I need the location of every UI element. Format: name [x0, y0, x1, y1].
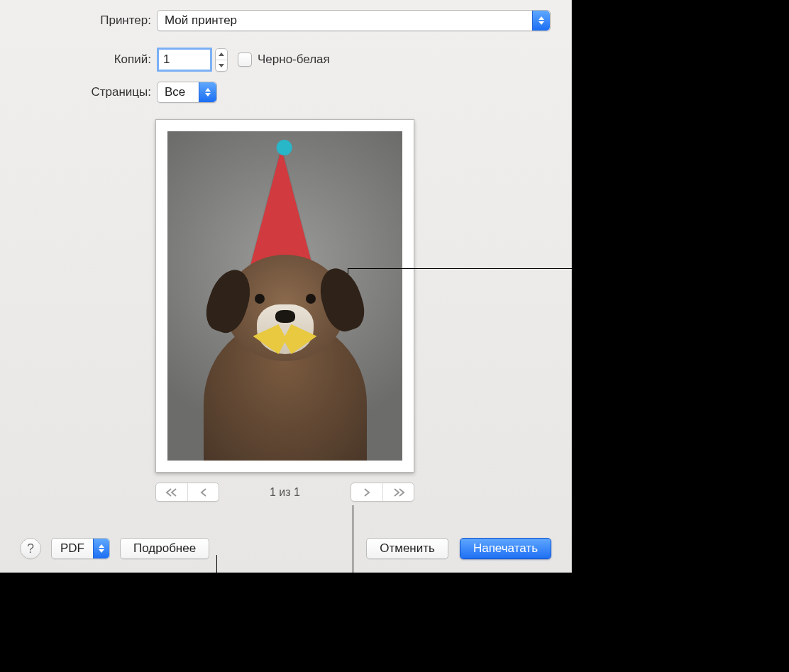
next-page-button[interactable] — [351, 483, 382, 501]
party-hat-icon — [249, 148, 313, 269]
print-dialog: Принтер: Мой принтер Копий: Черно-белая … — [0, 0, 572, 573]
pages-value: Все — [158, 85, 192, 99]
chevron-left-icon — [197, 488, 210, 497]
callout-line — [216, 555, 217, 633]
print-button[interactable]: Напечатать — [460, 538, 551, 559]
printer-label: Принтер: — [0, 13, 157, 28]
details-button[interactable]: Подробнее — [120, 538, 209, 559]
updown-arrows-icon — [199, 82, 216, 102]
preview-pager: 1 из 1 — [155, 483, 414, 502]
print-preview — [155, 119, 414, 473]
callout-line — [353, 505, 353, 633]
stepper-up[interactable] — [216, 49, 227, 60]
chevron-up-icon — [219, 53, 224, 56]
updown-arrows-icon — [532, 11, 550, 31]
printer-value: Мой принтер — [158, 13, 244, 28]
copies-label: Копий: — [0, 53, 157, 67]
page-status: 1 из 1 — [219, 486, 351, 499]
last-page-button[interactable] — [382, 483, 414, 501]
pompom-icon — [276, 140, 292, 155]
copies-row: Копий: Черно-белая — [0, 48, 571, 72]
pager-fwd-group — [351, 483, 414, 502]
cancel-button[interactable]: Отменить — [366, 538, 448, 559]
copies-input[interactable] — [157, 48, 212, 72]
updown-arrows-icon — [93, 539, 109, 558]
chevron-double-right-icon — [392, 488, 405, 497]
stepper-down[interactable] — [216, 60, 227, 71]
printer-select[interactable]: Мой принтер — [157, 10, 551, 31]
prev-page-button[interactable] — [187, 483, 219, 501]
pdf-menu-button[interactable]: PDF — [51, 538, 110, 559]
callout-line — [348, 268, 348, 274]
pages-select[interactable]: Все — [157, 82, 217, 103]
printer-row: Принтер: Мой принтер — [0, 10, 571, 31]
bw-checkbox[interactable] — [238, 53, 252, 67]
dog-head — [225, 255, 346, 361]
chevron-right-icon — [360, 488, 373, 497]
pages-row: Страницы: Все — [0, 82, 571, 103]
pages-label: Страницы: — [0, 85, 157, 99]
pager-back-group — [155, 483, 219, 502]
bw-label: Черно-белая — [258, 53, 330, 67]
preview-image — [167, 131, 402, 461]
first-page-button[interactable] — [156, 483, 187, 501]
help-button[interactable]: ? — [20, 538, 41, 559]
help-icon: ? — [27, 541, 34, 556]
dialog-footer: ? PDF Подробнее Отменить Напечатать — [0, 538, 571, 559]
pdf-label: PDF — [52, 541, 93, 556]
callout-line — [348, 268, 788, 269]
copies-stepper[interactable] — [215, 48, 228, 72]
chevron-double-left-icon — [165, 488, 178, 497]
chevron-down-icon — [219, 64, 224, 67]
